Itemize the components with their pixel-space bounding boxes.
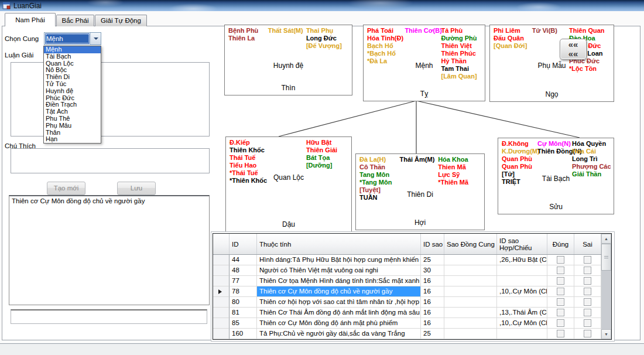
cell-id-sao-hop-chieu[interactable]: ,10,.Cự Môn (Chu... xyxy=(497,286,547,297)
luan-giai-textbox[interactable] xyxy=(11,62,210,136)
scroll-down-icon[interactable]: ▼ xyxy=(601,329,611,339)
dung-checkbox[interactable] xyxy=(557,298,564,306)
cell-id-sao-hop-chieu[interactable] xyxy=(497,297,547,308)
sai-checkbox[interactable] xyxy=(584,298,591,306)
sai-checkbox[interactable] xyxy=(584,309,591,316)
col-header-2[interactable]: ID sao xyxy=(421,234,444,254)
cell-id[interactable]: 78 xyxy=(229,286,257,297)
cell-id-sao-hop-chieu[interactable]: ,26,.Hữu Bật (Ch... xyxy=(497,255,547,265)
cell-id-sao[interactable]: 25 xyxy=(421,329,444,339)
cell-id-sao-hop-chieu[interactable]: ,10,.Cự Môn (Chu... xyxy=(497,318,547,329)
dropdown-item[interactable]: Phụ Mẫu xyxy=(44,122,101,129)
dropdown-item[interactable]: Huynh đệ xyxy=(44,88,101,95)
chu-thich-textbox[interactable] xyxy=(11,148,210,173)
table-row[interactable]: 160Tả Phụ:Chủ về người gầy dài,sắc da và… xyxy=(213,329,601,339)
row-header[interactable] xyxy=(213,329,229,339)
table-row[interactable]: 44Hình dáng:Tả Phụ Hữu Bật hội hợp cung … xyxy=(213,255,601,265)
cell-id-sao[interactable]: 16 xyxy=(421,297,444,308)
luu-button[interactable]: Lưu xyxy=(117,182,156,195)
scrollbar-track[interactable] xyxy=(601,271,611,329)
cell-id[interactable]: 77 xyxy=(229,276,257,286)
row-header[interactable] xyxy=(213,297,229,308)
cell-id[interactable]: 160 xyxy=(229,329,257,339)
dropdown-item[interactable]: Quan Lộc xyxy=(44,60,101,67)
table-row[interactable]: 85Thiên cơ Cự Môn đồng độ ánh mặt phù ph… xyxy=(213,318,601,329)
cell-thuoc-tinh[interactable]: Hình dáng:Tả Phụ Hữu Bật hội hợp cung mệ… xyxy=(257,255,421,265)
chon-cung-combobox[interactable]: Mệnh xyxy=(44,32,101,45)
cell-sao-dong-cung[interactable] xyxy=(444,255,497,265)
dropdown-item[interactable]: Phúc Đức xyxy=(44,95,101,102)
row-header[interactable] xyxy=(213,286,229,297)
cell-id-sao-hop-chieu[interactable] xyxy=(497,276,547,286)
cell-sao-dong-cung[interactable] xyxy=(444,286,497,297)
vertical-scrollbar[interactable]: ▲ ▼ xyxy=(601,234,611,339)
sai-checkbox[interactable] xyxy=(584,330,591,337)
bottom-input[interactable] xyxy=(11,309,207,324)
dropdown-item[interactable]: Tài Bạch xyxy=(44,53,101,60)
dung-checkbox[interactable] xyxy=(557,256,564,264)
row-header[interactable] xyxy=(213,318,229,329)
dung-checkbox[interactable] xyxy=(557,309,564,316)
table-row[interactable]: 81Thiên Cơ Thái Âm đồng độ ánh mắt linh … xyxy=(213,308,601,318)
dropdown-item[interactable]: Mệnh xyxy=(44,46,101,53)
dung-checkbox[interactable] xyxy=(557,277,564,285)
col-header-1[interactable]: Thuộc tính xyxy=(257,234,421,254)
dropdown-item[interactable]: Phu Thê xyxy=(44,115,101,122)
cell-id-sao-hop-chieu[interactable]: ,13,.Thái Âm (Ch... xyxy=(497,308,547,318)
scroll-up-icon[interactable]: ▲ xyxy=(601,234,611,244)
row-header[interactable] xyxy=(213,265,229,276)
cell-id-sao[interactable]: 16 xyxy=(421,286,444,297)
cell-id-sao[interactable]: 16 xyxy=(421,308,444,318)
col-header-5[interactable]: Đúng xyxy=(547,234,574,254)
col-header-4[interactable]: ID sao Hợp/Chiếu xyxy=(497,234,547,254)
cell-sao-dong-cung[interactable] xyxy=(444,276,497,286)
cell-id[interactable]: 80 xyxy=(229,297,257,308)
table-row[interactable]: 80Thiên cơ hội hợp với sao cat thì tâm n… xyxy=(213,297,601,308)
row-header[interactable] xyxy=(213,308,229,318)
sai-checkbox[interactable] xyxy=(584,277,591,285)
cell-thuoc-tinh[interactable]: Thiên cơ Cự Môn đồng độ ánh mặt phù phiế… xyxy=(257,318,421,329)
dung-checkbox[interactable] xyxy=(557,267,564,274)
cell-id[interactable]: 85 xyxy=(229,318,257,329)
tab-1[interactable]: Bắc Phái xyxy=(56,15,94,26)
combobox-dropdown-button[interactable] xyxy=(90,33,101,45)
row-header[interactable] xyxy=(213,276,229,286)
tao-moi-button[interactable]: Tạo mới xyxy=(47,182,85,195)
cell-id-sao[interactable]: 16 xyxy=(421,276,444,286)
cell-thuoc-tinh[interactable]: Thiên Cơ tọa Mệnh Hình dáng tính tình:Sắ… xyxy=(257,276,421,286)
tab-2[interactable]: Giải Tự Động xyxy=(95,15,147,26)
dropdown-item[interactable]: Thân xyxy=(44,129,101,136)
cell-sao-dong-cung[interactable] xyxy=(444,265,497,276)
tab-0[interactable]: Nam Phái xyxy=(5,13,56,26)
dropdown-item[interactable]: Tật Ách xyxy=(44,108,101,115)
col-header-0[interactable]: ID xyxy=(229,234,257,254)
cell-thuoc-tinh[interactable]: Thiên cơ Cự Môn đồng độ chủ về người gầy xyxy=(257,286,421,297)
table-row[interactable]: 48Người có Thiên Việt mặt vuông oai nghi… xyxy=(213,265,601,276)
dropdown-item[interactable]: Tử Túc xyxy=(44,81,101,88)
cell-thuoc-tinh[interactable]: Tả Phụ:Chủ về người gầy dài,sắc da vàng … xyxy=(257,329,421,339)
dung-checkbox[interactable] xyxy=(557,288,564,295)
cell-id[interactable]: 48 xyxy=(229,265,257,276)
col-header-3[interactable]: Sao Đồng Cung xyxy=(444,234,497,254)
result-textbox[interactable]: Thiên cơ Cự Môn đồng độ chủ về người gầy xyxy=(9,195,210,305)
sai-checkbox[interactable] xyxy=(584,288,591,295)
cell-thuoc-tinh[interactable]: Thiên Cơ Thái Âm đồng độ ánh mắt linh độ… xyxy=(257,308,421,318)
cell-sao-dong-cung[interactable] xyxy=(444,318,497,329)
cell-sao-dong-cung[interactable] xyxy=(444,308,497,318)
cell-sao-dong-cung[interactable] xyxy=(444,297,497,308)
dropdown-item[interactable]: Thiên Di xyxy=(44,74,101,81)
dropdown-item[interactable]: Nô Bộc xyxy=(44,67,101,74)
table-row[interactable]: 77Thiên Cơ tọa Mệnh Hình dáng tính tình:… xyxy=(213,276,601,286)
double-chevron-left-button[interactable]: «««« xyxy=(560,39,587,60)
dropdown-item[interactable]: Điền Trạch xyxy=(44,101,101,108)
cell-id[interactable]: 44 xyxy=(229,255,257,265)
cell-thuoc-tinh[interactable]: Người có Thiên Việt mặt vuông oai nghi xyxy=(257,265,421,276)
sai-checkbox[interactable] xyxy=(584,256,591,264)
sai-checkbox[interactable] xyxy=(584,319,591,327)
col-header-6[interactable]: Sai xyxy=(574,234,601,254)
dung-checkbox[interactable] xyxy=(557,319,564,327)
cell-thuoc-tinh[interactable]: Thiên cơ hội hợp với sao cat thì tâm nhâ… xyxy=(257,297,421,308)
sai-checkbox[interactable] xyxy=(584,267,591,274)
cell-id-sao-hop-chieu[interactable] xyxy=(497,265,547,276)
cell-id[interactable]: 81 xyxy=(229,308,257,318)
